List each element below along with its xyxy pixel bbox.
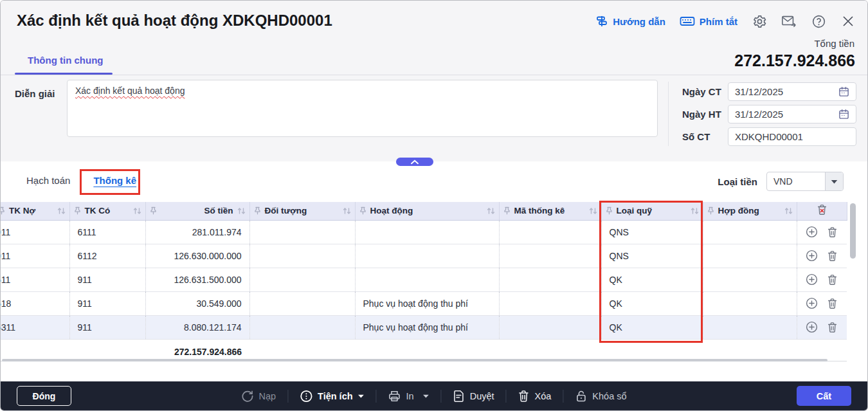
- cell-tk-no[interactable]: 511: [1, 268, 69, 291]
- add-row-icon[interactable]: [806, 250, 818, 262]
- close-button[interactable]: Đóng: [17, 386, 71, 406]
- sort-icon[interactable]: [589, 207, 597, 215]
- table-row[interactable]: 53119118.080.121.174Phục vụ hoạt động th…: [1, 315, 847, 339]
- cell-hoat-dong[interactable]: Phục vụ hoạt động thu phí: [355, 291, 499, 315]
- send-mail-icon[interactable]: [781, 14, 797, 29]
- sort-icon[interactable]: [343, 207, 351, 215]
- tab-general-info[interactable]: Thông tin chung: [15, 55, 116, 72]
- cell-hoat-dong[interactable]: [355, 220, 499, 244]
- pin-icon[interactable]: [359, 206, 366, 215]
- ngay-ht-input[interactable]: 31/12/2025: [728, 105, 856, 123]
- cell-so-tien[interactable]: 8.080.121.174: [145, 315, 249, 339]
- cell-loai-quy[interactable]: QK: [601, 291, 703, 315]
- cell-tk-co[interactable]: 6111: [69, 220, 145, 244]
- sort-icon[interactable]: [487, 207, 495, 215]
- calendar-icon[interactable]: [838, 109, 849, 120]
- add-row-icon[interactable]: [806, 273, 818, 286]
- delete-row-icon[interactable]: [827, 274, 838, 286]
- lock-book-button[interactable]: Khóa sổ: [575, 390, 626, 403]
- settings-gear-icon[interactable]: [752, 14, 767, 29]
- cell-loai-quy[interactable]: QK: [601, 268, 703, 291]
- column-header-7[interactable]: Hợp đồng: [703, 202, 797, 220]
- utilities-menu-button[interactable]: Tiện ích: [300, 390, 365, 403]
- cell-loai-quy[interactable]: QK: [601, 315, 703, 339]
- chevron-down-icon[interactable]: [825, 172, 843, 190]
- currency-dropdown[interactable]: VND: [766, 172, 844, 191]
- cell-hoat-dong[interactable]: [355, 244, 499, 268]
- add-row-icon[interactable]: [806, 226, 818, 238]
- tab-thong-ke[interactable]: Thống kê: [93, 175, 136, 186]
- pin-icon[interactable]: [74, 206, 81, 215]
- cell-hoat-dong[interactable]: [355, 268, 499, 291]
- cell-doi-tuong[interactable]: [249, 220, 355, 244]
- cell-hop-dong[interactable]: [703, 220, 797, 244]
- ngay-ct-input[interactable]: 31/12/2025: [728, 82, 856, 101]
- cell-ma-thong-ke[interactable]: [499, 268, 601, 291]
- cell-hop-dong[interactable]: [703, 291, 797, 315]
- cell-hop-dong[interactable]: [703, 315, 797, 339]
- delete-row-icon[interactable]: [827, 226, 838, 238]
- cell-tk-co[interactable]: 911: [69, 268, 145, 291]
- delete-all-column-header[interactable]: [797, 202, 847, 220]
- add-row-icon[interactable]: [806, 321, 818, 333]
- cell-ma-thong-ke[interactable]: [499, 244, 601, 268]
- column-header-1[interactable]: TK Có: [69, 202, 145, 220]
- pin-icon[interactable]: [254, 206, 261, 215]
- guide-link[interactable]: Hướng dẫn: [595, 15, 665, 28]
- cell-tk-no[interactable]: 911: [1, 244, 69, 268]
- cell-doi-tuong[interactable]: [249, 244, 355, 268]
- cell-doi-tuong[interactable]: [249, 291, 355, 315]
- sort-icon[interactable]: [237, 207, 246, 215]
- cell-doi-tuong[interactable]: [249, 315, 355, 339]
- help-icon[interactable]: [811, 14, 826, 29]
- cell-hop-dong[interactable]: [703, 244, 797, 268]
- delete-row-icon[interactable]: [827, 250, 838, 262]
- column-header-3[interactable]: Đối tượng: [249, 202, 355, 220]
- cell-so-tien[interactable]: 281.011.974: [145, 220, 249, 244]
- cell-hoat-dong[interactable]: Phục vụ hoạt động thu phí: [355, 315, 499, 339]
- delete-row-icon[interactable]: [827, 322, 838, 333]
- add-row-icon[interactable]: [806, 297, 818, 309]
- shortcut-link[interactable]: Phím tắt: [680, 15, 737, 27]
- cell-loai-quy[interactable]: QNS: [601, 220, 703, 244]
- column-header-5[interactable]: Mã thống kê: [499, 202, 601, 220]
- cell-tk-co[interactable]: 911: [69, 291, 145, 315]
- sort-icon[interactable]: [133, 207, 141, 215]
- table-row[interactable]: 9116112126.630.000.000QNS: [1, 244, 847, 268]
- cell-ma-thong-ke[interactable]: [499, 315, 601, 339]
- sort-icon[interactable]: [784, 207, 793, 215]
- cell-tk-no[interactable]: 911: [1, 220, 69, 244]
- pin-icon[interactable]: [1, 206, 5, 215]
- pin-icon[interactable]: [707, 206, 714, 215]
- description-textarea[interactable]: Xác định kết quả hoạt động: [67, 80, 658, 137]
- cell-doi-tuong[interactable]: [249, 268, 355, 291]
- approve-button[interactable]: Duyệt: [453, 390, 494, 403]
- table-row[interactable]: 51891130.549.000Phục vụ hoạt động thu ph…: [1, 291, 847, 315]
- table-row[interactable]: 9116111281.011.974QNS: [1, 220, 847, 244]
- column-header-6[interactable]: Loại quỹ: [601, 202, 703, 220]
- calendar-icon[interactable]: [838, 86, 849, 97]
- cell-tk-no[interactable]: 518: [1, 291, 69, 315]
- cell-tk-no[interactable]: 5311: [1, 315, 69, 339]
- pin-icon[interactable]: [503, 206, 511, 215]
- vertical-scrollbar[interactable]: [850, 203, 856, 259]
- tab-hach-toan[interactable]: Hạch toán: [26, 175, 70, 186]
- cell-so-tien[interactable]: 126.631.500.000: [145, 268, 249, 291]
- cell-ma-thong-ke[interactable]: [499, 291, 601, 315]
- cell-tk-co[interactable]: 6112: [69, 244, 145, 268]
- pin-icon[interactable]: [606, 206, 613, 215]
- delete-button[interactable]: Xóa: [518, 390, 552, 403]
- so-ct-input[interactable]: XDKQHD00001: [728, 127, 856, 146]
- horizontal-scrollbar[interactable]: [2, 359, 827, 361]
- save-button[interactable]: Cất: [797, 386, 851, 406]
- column-header-0[interactable]: TK Nợ: [1, 202, 69, 220]
- column-header-4[interactable]: Hoạt động: [355, 202, 499, 220]
- pin-icon[interactable]: [150, 206, 157, 215]
- cell-ma-thong-ke[interactable]: [499, 220, 601, 244]
- reload-button[interactable]: Nạp: [241, 390, 276, 402]
- sort-icon[interactable]: [691, 207, 699, 215]
- column-header-2[interactable]: Số tiền: [145, 202, 249, 220]
- cell-loai-quy[interactable]: QNS: [601, 244, 703, 268]
- sort-icon[interactable]: [57, 207, 66, 215]
- print-menu-button[interactable]: In: [388, 390, 429, 403]
